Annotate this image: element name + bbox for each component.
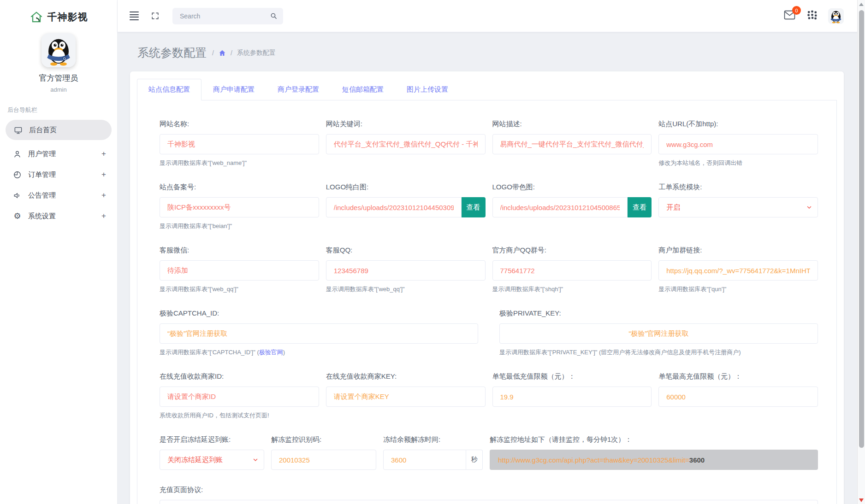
sidebar-item-announcements[interactable]: 公告管理 + xyxy=(0,185,117,205)
selected-option: 开启 xyxy=(666,203,680,212)
monitor-url-display: http://www.g3cg.com/api.php?act=thaw&key… xyxy=(490,450,818,470)
fullscreen-icon[interactable] xyxy=(151,12,160,20)
field-merchant-key: 在线充值收款商家KEY: xyxy=(326,372,486,420)
field-label: LOGO纯白图: xyxy=(326,183,486,192)
wechat-input[interactable] xyxy=(160,260,319,281)
field-label: 网站描述: xyxy=(492,120,652,129)
user-avatar[interactable] xyxy=(828,8,844,24)
field-recharge-agreement: 充值页面协议: 注意：在线充值将收取%手续费用，免手续费可联系人工加款最低充值5… xyxy=(160,486,818,504)
field-ticket-module: 工单系统模块: 开启 xyxy=(658,183,818,230)
chevron-down-icon xyxy=(806,205,812,210)
merchant-id-input[interactable] xyxy=(160,387,319,407)
expand-plus-icon: + xyxy=(101,149,106,158)
view-logo-color-button[interactable]: 查看 xyxy=(628,197,652,217)
home-icon[interactable] xyxy=(219,49,226,57)
field-label: 在线充值收款商家KEY: xyxy=(326,372,486,381)
field-group-link: 商户加群链接: 显示调用数据库表"['qun']" xyxy=(658,246,818,293)
messages-button[interactable]: 0 xyxy=(784,10,795,22)
brand-house-icon xyxy=(30,10,43,24)
field-help: 显示调用数据库表"['qun']" xyxy=(658,285,818,293)
sidebar-item-dashboard[interactable]: 后台首页 xyxy=(6,120,112,140)
settings-card: 站点信息配置 商户申请配置 商户登录配置 短信邮箱配置 图片上传设置 网站名称:… xyxy=(130,71,844,504)
site-name-input[interactable] xyxy=(160,134,319,154)
user-icon xyxy=(13,150,22,158)
private-key-input[interactable] xyxy=(499,323,818,344)
sidebar-item-orders[interactable]: 订单管理 + xyxy=(0,164,117,185)
tab-merchant-login[interactable]: 商户登录配置 xyxy=(266,79,331,100)
monitor-url-text: http://www.g3cg.com/api.php?act=thaw&key… xyxy=(498,456,689,464)
unfreeze-time-input[interactable] xyxy=(383,450,466,470)
admin-app: 千神影视 Q 官方管理员 admin 后台导航栏 后台首页 用户管理 + xyxy=(0,0,865,504)
profile-role: admin xyxy=(0,86,117,93)
ticket-module-select[interactable]: 开启 xyxy=(658,197,818,217)
tab-image-upload[interactable]: 图片上传设置 xyxy=(395,79,460,100)
topbar-actions: 0 xyxy=(784,8,844,24)
field-label: 网站关键词: xyxy=(326,120,486,129)
form-row: 客服微信: 显示调用数据库表"['web_qq']" 客服QQ: 显示调用数据库… xyxy=(160,246,818,293)
logo-color-input[interactable] xyxy=(492,197,628,217)
sidebar-section-label: 后台导航栏 xyxy=(0,95,117,120)
tab-merchant-apply[interactable]: 商户申请配置 xyxy=(201,79,266,100)
field-label: 冻结余额解冻时间: xyxy=(383,435,483,444)
captcha-id-input[interactable] xyxy=(160,323,478,344)
sidebar-item-users[interactable]: 用户管理 + xyxy=(0,144,117,164)
qq-input[interactable] xyxy=(326,260,486,281)
svg-text:Q: Q xyxy=(63,57,66,61)
field-label: 极验CAPTCHA_ID: xyxy=(160,309,478,318)
tab-sms-mail[interactable]: 短信邮箱配置 xyxy=(331,79,395,100)
tab-panel-site-info: 网站名称: 显示调用数据库表"['web_name']" 网站关键词: 网站描述… xyxy=(137,100,837,504)
scroll-down-arrow-icon[interactable] xyxy=(859,498,864,502)
sidebar-item-label: 公告管理 xyxy=(28,191,95,200)
description-input[interactable] xyxy=(492,134,652,154)
field-unfreeze-time: 冻结余额解冻时间: 秒 xyxy=(383,435,483,470)
messages-badge: 0 xyxy=(792,6,801,15)
field-label: 工单系统模块: xyxy=(658,183,818,192)
scroll-up-arrow-icon[interactable] xyxy=(859,3,864,6)
scrollbar[interactable] xyxy=(857,0,865,504)
field-qq: 客服QQ: 显示调用数据库表"['web_qq']" xyxy=(326,246,486,293)
monitor-code-input[interactable] xyxy=(271,450,376,470)
avatar[interactable]: Q xyxy=(41,33,76,67)
qq-group-input[interactable] xyxy=(492,260,652,281)
field-label: 站点URL(不加http): xyxy=(658,120,818,129)
site-url-input[interactable] xyxy=(658,134,818,154)
geetest-link[interactable]: 极验官网 xyxy=(259,349,283,356)
form-row: 站点备案号: 显示调用数据库表"['beian']" LOGO纯白图: 查看 xyxy=(160,183,818,230)
sidebar-item-label: 订单管理 xyxy=(28,170,95,179)
keywords-input[interactable] xyxy=(326,134,486,154)
brand-name: 千神影视 xyxy=(47,11,88,23)
field-monitor-url: 解冻监控地址如下（请挂监控，每分钟1次）： http://www.g3cg.co… xyxy=(490,435,818,470)
field-label: 客服微信: xyxy=(160,246,319,255)
recharge-agreement-textarea[interactable]: 注意：在线充值将收取%手续费用，免手续费可联系人工加款最低充值500起。 xyxy=(160,500,818,504)
field-label: 客服QQ: xyxy=(326,246,486,255)
search-icon[interactable] xyxy=(270,12,278,20)
freeze-delay-select[interactable]: 关闭冻结延迟到账 xyxy=(160,450,264,470)
logo-white-input[interactable] xyxy=(326,197,462,217)
field-qq-group: 官方商户QQ群号: 显示调用数据库表"['shqh']" xyxy=(492,246,652,293)
field-label: 商户加群链接: xyxy=(658,246,818,255)
scrollbar-thumb[interactable] xyxy=(859,10,864,448)
field-label: 单笔最低充值限额（元）： xyxy=(492,372,652,381)
apps-icon[interactable] xyxy=(807,10,817,22)
main-area: 0 系统参数配置 / / 系统参数配置 xyxy=(118,0,865,504)
search-input[interactable] xyxy=(180,12,270,20)
field-max-amount: 单笔最高充值限额（元）： xyxy=(658,372,818,420)
tab-site-info[interactable]: 站点信息配置 xyxy=(137,79,201,100)
min-amount-input[interactable] xyxy=(492,387,652,407)
form-row: 是否开启冻结延迟到账: 关闭冻结延迟到账 解冻监控识别码: 冻结余额解冻时间: xyxy=(160,435,818,470)
field-help: 显示调用数据库表"['CAPTCHA_ID']" (极验官网) xyxy=(160,348,478,357)
search-box xyxy=(172,8,283,24)
hamburger-menu-icon[interactable] xyxy=(130,12,139,20)
expand-plus-icon: + xyxy=(101,170,106,179)
sidebar-item-settings[interactable]: ⚙ 系统设置 + xyxy=(0,206,117,226)
group-link-input[interactable] xyxy=(658,260,818,281)
max-amount-input[interactable] xyxy=(658,387,818,407)
topbar: 0 xyxy=(118,0,865,32)
page-title: 系统参数配置 xyxy=(137,45,207,60)
view-logo-white-button[interactable]: 查看 xyxy=(462,197,486,217)
beian-input[interactable] xyxy=(160,197,319,217)
brand[interactable]: 千神影视 xyxy=(0,0,117,27)
breadcrumb-separator: / xyxy=(212,49,214,57)
merchant-key-input[interactable] xyxy=(326,387,486,407)
chevron-down-icon xyxy=(253,457,258,463)
